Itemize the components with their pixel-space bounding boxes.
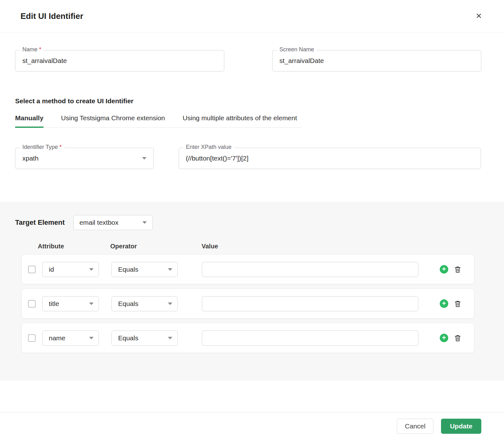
add-row-icon[interactable]: + [440,265,448,274]
target-element-row: Target Element email textbox [15,215,489,230]
value-input[interactable] [202,262,418,277]
chevron-down-icon [168,303,172,305]
tab-multiple-attributes[interactable]: Using multiple attributes of the element [183,114,297,127]
dialog-footer: Cancel Update [0,412,504,434]
cancel-button[interactable]: Cancel [397,419,433,434]
tab-manually[interactable]: Manually [15,114,43,127]
chevron-down-icon [142,221,147,224]
add-row-icon[interactable]: + [440,334,448,342]
operator-value: Equals [118,334,138,342]
operator-value: Equals [118,266,138,273]
attribute-select[interactable]: id [42,262,99,277]
column-headers: Attribute Operator Value [15,243,489,250]
trash-icon[interactable] [454,334,461,342]
identifier-type-label-text: Identifier Type [22,144,58,150]
trash-icon[interactable] [454,300,461,308]
chevron-down-icon [168,337,172,339]
name-fields-row: Name * Screen Name [15,50,481,71]
screen-name-field-wrapper: Screen Name [272,50,481,71]
name-label-text: Name [22,46,37,53]
operator-select[interactable]: Equals [112,331,178,346]
xpath-input[interactable] [186,155,474,162]
chevron-down-icon [142,157,146,160]
operator-value: Equals [118,300,138,308]
identifier-type-label: Identifier Type * [20,144,64,150]
tab-chrome-extension[interactable]: Using Testsigma Chrome extension [61,114,165,127]
screen-name-field-label: Screen Name [277,46,317,53]
chevron-down-icon [168,268,172,271]
chevron-down-icon [89,268,94,271]
method-tabs: Manually Using Testsigma Chrome extensio… [15,114,302,127]
operator-column-header: Operator [110,243,202,250]
attribute-value: name [49,334,66,342]
screen-name-label-text: Screen Name [279,46,314,53]
table-row: name Equals + [21,323,474,353]
identifier-type-value: xpath [22,155,38,162]
attribute-value: id [49,266,54,273]
chevron-down-icon [89,303,94,305]
row-checkbox[interactable] [28,300,36,308]
table-row: title Equals + [21,289,474,319]
dialog-title: Edit UI Identifier [20,11,83,21]
method-heading: Select a method to create UI Identifier [15,97,481,105]
operator-select[interactable]: Equals [112,296,178,311]
row-checkbox[interactable] [28,266,36,273]
target-element-select[interactable]: email textbox [73,215,153,230]
name-field-wrapper: Name * [15,50,224,71]
value-column-header: Value [202,243,218,250]
xpath-label-text: Enter XPath value [186,144,232,150]
xpath-field-label: Enter XPath value [183,144,234,150]
required-asterisk: * [60,144,62,150]
name-input[interactable] [22,57,217,65]
attribute-value: title [49,300,59,308]
target-element-section: Target Element email textbox Attribute O… [0,202,504,381]
required-asterisk: * [39,46,41,53]
identifier-row: Identifier Type * xpath Enter XPath valu… [15,148,481,169]
target-element-value: email textbox [79,219,118,226]
name-field-label: Name * [20,46,44,53]
attribute-rows: id Equals + title [15,254,489,353]
edit-ui-identifier-dialog: Edit UI Identifier ✕ Name * Screen Name … [0,0,504,447]
value-input[interactable] [202,296,418,311]
attribute-select[interactable]: name [42,331,99,346]
attribute-column-header: Attribute [38,243,110,250]
form-area: Name * Screen Name Select a method to cr… [0,32,504,169]
screen-name-input[interactable] [279,57,474,65]
update-button[interactable]: Update [441,419,481,434]
value-input[interactable] [202,331,418,346]
add-row-icon[interactable]: + [440,299,448,308]
close-icon[interactable]: ✕ [476,12,482,20]
table-row: id Equals + [21,254,474,284]
dialog-header: Edit UI Identifier ✕ [0,0,504,32]
xpath-field-wrapper: Enter XPath value [179,148,481,169]
trash-icon[interactable] [454,265,461,274]
operator-select[interactable]: Equals [112,262,178,277]
attribute-select[interactable]: title [42,296,99,311]
row-checkbox[interactable] [28,334,36,342]
chevron-down-icon [89,337,94,339]
identifier-type-select[interactable]: Identifier Type * xpath [15,148,154,169]
target-element-label: Target Element [15,218,65,227]
